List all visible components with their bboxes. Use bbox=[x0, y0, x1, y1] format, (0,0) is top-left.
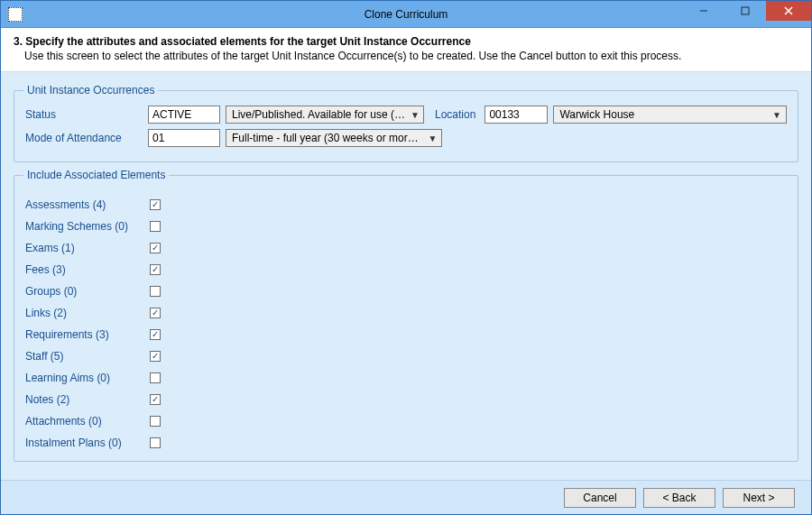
element-label: Requirements (3) bbox=[25, 328, 150, 341]
element-checkbox[interactable] bbox=[150, 221, 161, 232]
group-legend-uio: Unit Instance Occurrences bbox=[23, 84, 158, 97]
wizard-footer: Cancel < Back Next > bbox=[1, 480, 811, 514]
element-checkbox[interactable]: ✓ bbox=[150, 351, 161, 362]
element-checkbox[interactable]: ✓ bbox=[150, 199, 161, 210]
element-row: Staff (5)✓ bbox=[25, 347, 787, 365]
element-label: Learning Aims (0) bbox=[25, 372, 150, 384]
element-label: Links (2) bbox=[25, 307, 150, 319]
status-label: Status bbox=[25, 108, 143, 121]
location-combo[interactable]: Warwick House ▼ bbox=[553, 106, 787, 124]
minimize-button[interactable] bbox=[683, 1, 724, 21]
group-include-associated-elements: Include Associated Elements Assessments … bbox=[14, 175, 798, 462]
element-row: Fees (3)✓ bbox=[25, 261, 787, 279]
location-label: Location bbox=[435, 108, 475, 121]
element-row: Learning Aims (0) bbox=[25, 369, 787, 387]
element-label: Exams (1) bbox=[25, 242, 150, 254]
svg-rect-1 bbox=[742, 7, 749, 14]
element-row: Links (2)✓ bbox=[25, 304, 787, 322]
element-checkbox[interactable]: ✓ bbox=[150, 308, 161, 318]
element-checkbox[interactable]: ✓ bbox=[150, 264, 161, 275]
element-checkbox[interactable]: ✓ bbox=[150, 243, 161, 253]
element-row: Requirements (3)✓ bbox=[25, 326, 787, 344]
element-label: Fees (3) bbox=[25, 263, 150, 276]
chevron-down-icon: ▼ bbox=[771, 110, 782, 120]
element-checkbox[interactable]: ✓ bbox=[150, 394, 161, 405]
element-row: Attachments (0) bbox=[25, 412, 787, 430]
minimize-icon bbox=[699, 6, 708, 15]
close-icon bbox=[783, 5, 794, 16]
moa-input[interactable] bbox=[148, 129, 220, 147]
element-label: Instalment Plans (0) bbox=[25, 437, 150, 449]
element-row: Exams (1)✓ bbox=[25, 239, 787, 257]
maximize-button[interactable] bbox=[724, 1, 766, 21]
element-row: Groups (0) bbox=[25, 282, 787, 300]
element-row: Assessments (4)✓ bbox=[25, 196, 787, 214]
element-label: Notes (2) bbox=[25, 393, 150, 406]
element-checkbox[interactable] bbox=[150, 286, 161, 297]
moa-combo[interactable]: Full-time - full year (30 weeks or more)… bbox=[226, 129, 442, 147]
back-button[interactable]: < Back bbox=[643, 488, 715, 508]
element-checkbox[interactable] bbox=[150, 372, 161, 383]
moa-combo-text: Full-time - full year (30 weeks or more)… bbox=[232, 132, 424, 144]
content-area: Unit Instance Occurrences Status Live/Pu… bbox=[1, 72, 811, 480]
element-label: Staff (5) bbox=[25, 350, 150, 363]
status-combo[interactable]: Live/Published. Available for use (ACTIV… bbox=[226, 106, 424, 124]
wizard-step-subtitle: Use this screen to select the attributes… bbox=[24, 50, 798, 62]
next-button[interactable]: Next > bbox=[723, 488, 795, 508]
status-combo-text: Live/Published. Available for use (ACTIV… bbox=[232, 108, 407, 121]
element-label: Groups (0) bbox=[25, 285, 150, 298]
window-controls bbox=[683, 1, 811, 27]
cancel-button[interactable]: Cancel bbox=[564, 488, 636, 508]
maximize-icon bbox=[741, 6, 750, 15]
row-moa: Mode of Attendance Full-time - full year… bbox=[25, 129, 787, 147]
status-input[interactable] bbox=[148, 106, 220, 124]
wizard-step-title: 3. Specify the attributes and associated… bbox=[14, 35, 798, 48]
element-checkbox[interactable] bbox=[150, 437, 161, 448]
dialog-window: Clone Curriculum 3. Specify the attribut… bbox=[0, 0, 812, 515]
group-unit-instance-occurrences: Unit Instance Occurrences Status Live/Pu… bbox=[14, 90, 798, 162]
elements-list: Assessments (4)✓Marking Schemes (0)Exams… bbox=[25, 196, 787, 452]
titlebar: Clone Curriculum bbox=[1, 1, 811, 28]
chevron-down-icon: ▼ bbox=[428, 133, 438, 143]
element-row: Notes (2)✓ bbox=[25, 391, 787, 409]
element-row: Marking Schemes (0) bbox=[25, 217, 787, 235]
chevron-down-icon: ▼ bbox=[411, 110, 420, 120]
row-status-location: Status Live/Published. Available for use… bbox=[25, 106, 787, 124]
location-combo-text: Warwick House bbox=[559, 108, 768, 121]
element-label: Attachments (0) bbox=[25, 415, 150, 428]
element-label: Assessments (4) bbox=[25, 198, 150, 211]
location-input[interactable] bbox=[484, 106, 548, 124]
wizard-header: 3. Specify the attributes and associated… bbox=[1, 28, 811, 72]
group-legend-elements: Include Associated Elements bbox=[23, 169, 169, 181]
close-button[interactable] bbox=[766, 1, 811, 21]
moa-label: Mode of Attendance bbox=[25, 132, 143, 144]
element-checkbox[interactable] bbox=[150, 416, 161, 427]
element-row: Instalment Plans (0) bbox=[25, 434, 787, 452]
element-label: Marking Schemes (0) bbox=[25, 220, 150, 233]
app-icon bbox=[8, 7, 23, 22]
element-checkbox[interactable]: ✓ bbox=[150, 329, 161, 340]
